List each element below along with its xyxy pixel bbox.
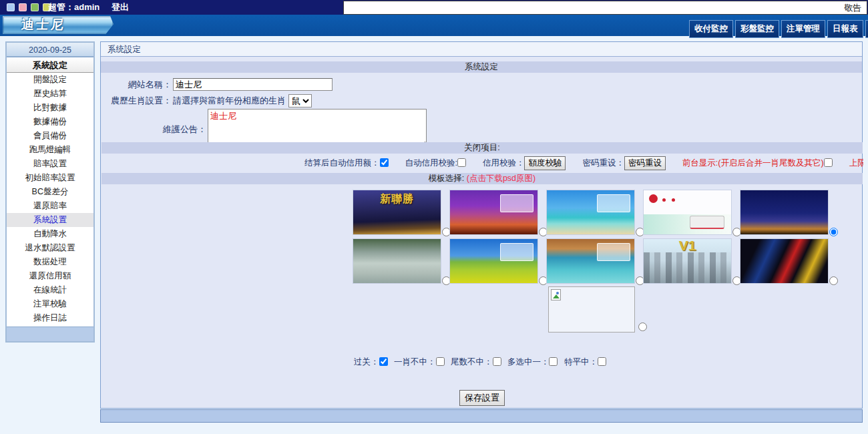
red-logo-icon <box>649 194 658 203</box>
login-box-overlay <box>597 194 630 212</box>
psd-download-link[interactable]: (点击下载psd原图) <box>467 174 535 183</box>
broken-image-icon <box>551 289 561 300</box>
special-flat-label: 特平中： <box>564 357 598 367</box>
site-name-input[interactable] <box>173 78 333 91</box>
sidebar-item-online-stats[interactable]: 在線統計 <box>7 283 93 297</box>
sidebar: 2020-09-25 系統設定 開盤設定 歷史結算 比對數據 數據備份 會員備份… <box>5 41 95 343</box>
sidebar-item-bc-diff[interactable]: BC盤差分 <box>7 185 93 199</box>
multi-pick-one-checkbox[interactable] <box>549 357 558 366</box>
template-thumbnail-night-city-gold[interactable]: 新聯勝 <box>353 190 441 235</box>
password-reset-button[interactable]: 密码重设 <box>624 156 666 170</box>
sidebar-item-auto-water[interactable]: 自動降水 <box>7 227 93 241</box>
auto-credit-label: 结算后自动信用额： <box>304 158 380 168</box>
window-dots <box>7 3 51 11</box>
limit-label: 上限： <box>849 158 863 168</box>
auto-check-checkbox[interactable] <box>457 158 466 167</box>
template-cell-broken <box>548 286 647 333</box>
template-thumbnail-lake[interactable] <box>546 238 635 284</box>
template-thumbnail-towers-v1[interactable]: V1 <box>643 238 732 284</box>
sidebar-item-bet-verify[interactable]: 注單校驗 <box>7 297 93 311</box>
front-display-label: 前台显示:(开启后合并一肖尾数及其它) <box>682 158 824 168</box>
main-panel: 系统設定 系统設定 網站名稱： 農歷生肖設置： 請選擇與當前年份相應的生肖 鼠 … <box>100 41 863 409</box>
save-settings-button[interactable]: 保存設置 <box>459 390 505 406</box>
multi-pick-one-label: 多选中一： <box>507 357 550 367</box>
template-radio-selected[interactable] <box>829 228 838 236</box>
template-thumbnail-dark-night-city[interactable] <box>740 190 829 235</box>
credit-check-button[interactable]: 額度校驗 <box>524 156 566 170</box>
sidebar-section-title: 系統設定 <box>7 57 93 73</box>
nav-item-daily-report2[interactable]: 日報2 <box>865 20 868 38</box>
auto-check-label: 自动信用校验: <box>405 158 457 168</box>
login-box-overlay <box>500 243 533 261</box>
panel-header-title: 系统設定 <box>101 42 862 57</box>
sidebar-item-restore-odds[interactable]: 還原賠率 <box>7 199 93 213</box>
admin-label: 超管：admin <box>48 2 99 12</box>
sidebar-item-history-settle[interactable]: 歷史結算 <box>7 87 93 101</box>
sidebar-item-odds-settings[interactable]: 賠率設置 <box>7 157 93 171</box>
template-cell <box>546 190 635 235</box>
site-logo: 迪士尼 <box>3 16 114 34</box>
template-overlay-text: 新聯勝 <box>353 192 441 206</box>
pass-checkbox[interactable] <box>379 357 388 366</box>
window-dot-icon <box>7 3 15 11</box>
sidebar-item-initial-odds[interactable]: 初始賠率設置 <box>7 171 93 185</box>
template-thumbnail-green-field[interactable] <box>449 238 538 284</box>
password-reset-label: 密码重设： <box>582 158 624 168</box>
sidebar-item-compare-data[interactable]: 比對數據 <box>7 101 93 115</box>
sidebar-item-marquee-edit[interactable]: 跑馬燈編輯 <box>7 143 93 157</box>
template-radio[interactable] <box>829 276 838 285</box>
zodiac-select[interactable]: 鼠 <box>288 94 312 107</box>
nav-item-payment-monitor[interactable]: 收付監控 <box>689 20 733 38</box>
window-dot-icon <box>31 3 39 11</box>
template-thumbnail-misty-river[interactable] <box>353 238 441 284</box>
template-cell: V1 <box>643 238 732 284</box>
sidebar-date: 2020-09-25 <box>7 43 93 57</box>
sidebar-item-rebate-default[interactable]: 退水默認設置 <box>7 241 93 255</box>
top-bar: 超管：admin 登出 敬告 <box>0 0 868 15</box>
template-thumbnail-purple-skyline[interactable] <box>449 190 538 235</box>
section-band-title: 系统設定 <box>101 61 862 73</box>
nav-item-daily-report[interactable]: 日報表 <box>827 20 863 38</box>
template-cell <box>353 238 441 284</box>
tail-miss-checkbox[interactable] <box>493 357 501 366</box>
top-nav: 收付監控 彩盤監控 注單管理 日報表 日報2 月 <box>689 20 868 38</box>
one-zodiac-miss-checkbox[interactable] <box>436 357 445 366</box>
broken-template-thumbnail[interactable] <box>548 286 635 333</box>
template-thumbnail-white-site[interactable] <box>643 190 732 235</box>
pass-label: 过关： <box>354 357 379 367</box>
tail-miss-label: 尾数不中： <box>451 357 493 367</box>
template-radio[interactable] <box>638 322 647 331</box>
sidebar-item-data-process[interactable]: 数据处理 <box>7 255 93 269</box>
template-cell <box>546 238 635 284</box>
announcement-marquee: 敬告 <box>343 1 867 15</box>
template-cell <box>740 190 829 235</box>
sidebar-item-system-settings[interactable]: 系統設置 <box>7 213 93 227</box>
special-flat-checkbox[interactable] <box>598 357 606 366</box>
logout-link[interactable]: 登出 <box>112 2 129 12</box>
sidebar-item-restore-credit[interactable]: 還原信用額 <box>7 269 93 283</box>
nav-item-bet-management[interactable]: 注單管理 <box>781 20 825 38</box>
login-box-overlay <box>597 243 630 261</box>
auto-credit-checkbox[interactable] <box>380 158 389 167</box>
template-cell <box>643 190 732 235</box>
template-thumbnail-beach[interactable] <box>546 190 635 235</box>
template-cell <box>740 238 829 284</box>
nav-item-lottery-monitor[interactable]: 彩盤監控 <box>735 20 779 38</box>
sidebar-item-data-backup[interactable]: 數據備份 <box>7 115 93 129</box>
template-cell <box>449 238 538 284</box>
footer-bar <box>100 409 863 423</box>
sidebar-item-operation-log[interactable]: 操作日誌 <box>7 311 93 325</box>
template-thumbnail-neon-night[interactable] <box>740 238 829 284</box>
sidebar-item-open-settings[interactable]: 開盤設定 <box>7 73 93 87</box>
close-items-band: 关闭项目: <box>101 142 863 154</box>
template-overlay-text: V1 <box>644 238 731 254</box>
login-box-overlay <box>500 194 533 212</box>
site-name-label: 網站名稱： <box>101 79 172 91</box>
template-cell: 新聯勝 <box>353 190 441 235</box>
window-dot-icon <box>19 3 27 11</box>
template-decoration <box>690 216 724 229</box>
template-select-label: 模板选择: <box>429 174 464 183</box>
front-display-checkbox[interactable] <box>824 158 833 167</box>
sidebar-item-member-backup[interactable]: 會員備份 <box>7 129 93 143</box>
sidebar-footer <box>7 327 93 341</box>
